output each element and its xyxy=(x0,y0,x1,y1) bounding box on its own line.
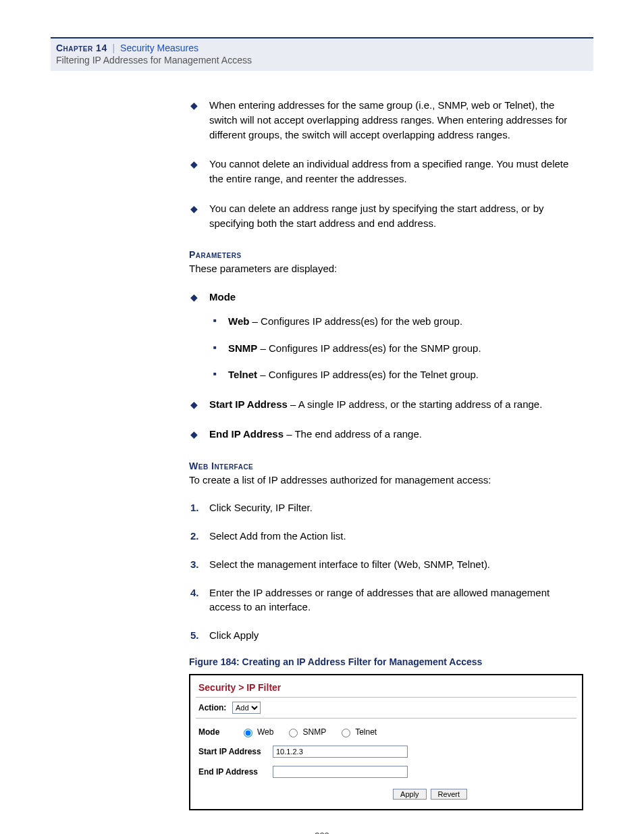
start-ip-input[interactable] xyxy=(273,746,408,758)
action-label: Action: xyxy=(198,703,232,712)
radio-input-telnet[interactable] xyxy=(342,729,350,737)
parameters-list: Mode Web – Configures IP address(es) for… xyxy=(189,290,583,442)
page-number: – 322 – xyxy=(0,831,644,834)
param-end-ip: End IP Address – The end address of a ra… xyxy=(189,427,583,442)
mode-label: Mode xyxy=(198,727,240,737)
param-label: Mode xyxy=(209,291,236,303)
list-item: You can delete an address range just by … xyxy=(189,201,583,231)
list-item: Enter the IP addresses or range of addre… xyxy=(189,585,583,615)
radio-input-snmp[interactable] xyxy=(289,729,298,737)
end-ip-label: End IP Address xyxy=(198,767,273,777)
action-select[interactable]: Add xyxy=(232,702,261,714)
web-interface-heading: Web Interface xyxy=(189,461,583,471)
list-item: Select the management interface to filte… xyxy=(189,557,583,572)
parameters-intro: These parameters are displayed: xyxy=(189,261,583,276)
page-header: Chapter 14 | Security Measures Filtering… xyxy=(51,37,593,71)
list-item: Click Apply xyxy=(189,628,583,643)
section-title: Security Measures xyxy=(120,43,198,53)
steps-list: Click Security, IP Filter. Select Add fr… xyxy=(189,500,583,643)
apply-button[interactable]: Apply xyxy=(393,789,427,800)
figure-caption: Figure 184: Creating an IP Address Filte… xyxy=(189,656,583,667)
radio-snmp[interactable]: SNMP xyxy=(286,727,326,737)
main-content: When entering addresses for the same gro… xyxy=(189,98,583,810)
separator: | xyxy=(113,43,115,53)
web-interface-intro: To create a list of IP addresses authori… xyxy=(189,473,583,488)
list-item: Telnet – Configures IP address(es) for t… xyxy=(209,367,583,382)
param-start-ip: Start IP Address – A single IP address, … xyxy=(189,397,583,412)
ui-screenshot: Security > IP Filter Action: Add Mode We… xyxy=(189,674,583,810)
radio-input-web[interactable] xyxy=(244,729,252,737)
list-item: Click Security, IP Filter. xyxy=(189,500,583,515)
list-item: When entering addresses for the same gro… xyxy=(189,98,583,142)
list-item: SNMP – Configures IP address(es) for the… xyxy=(209,341,583,356)
radio-web[interactable]: Web xyxy=(240,727,273,737)
header-subtitle: Filtering IP Addresses for Management Ac… xyxy=(56,55,588,66)
breadcrumb: Security > IP Filter xyxy=(190,675,582,697)
parameters-heading: Parameters xyxy=(189,249,583,260)
param-mode: Mode Web – Configures IP address(es) for… xyxy=(189,290,583,382)
end-ip-input[interactable] xyxy=(273,766,408,778)
radio-telnet[interactable]: Telnet xyxy=(338,727,377,737)
list-item: Web – Configures IP address(es) for the … xyxy=(209,314,583,329)
mode-radio-group: Web SNMP Telnet xyxy=(240,727,377,737)
mode-sublist: Web – Configures IP address(es) for the … xyxy=(209,314,583,382)
intro-bullets: When entering addresses for the same gro… xyxy=(189,98,583,230)
list-item: Select Add from the Action list. xyxy=(189,529,583,544)
chapter-label: Chapter 14 xyxy=(56,43,107,53)
list-item: You cannot delete an individual address … xyxy=(189,157,583,186)
revert-button[interactable]: Revert xyxy=(431,789,467,800)
start-ip-label: Start IP Address xyxy=(198,747,273,756)
